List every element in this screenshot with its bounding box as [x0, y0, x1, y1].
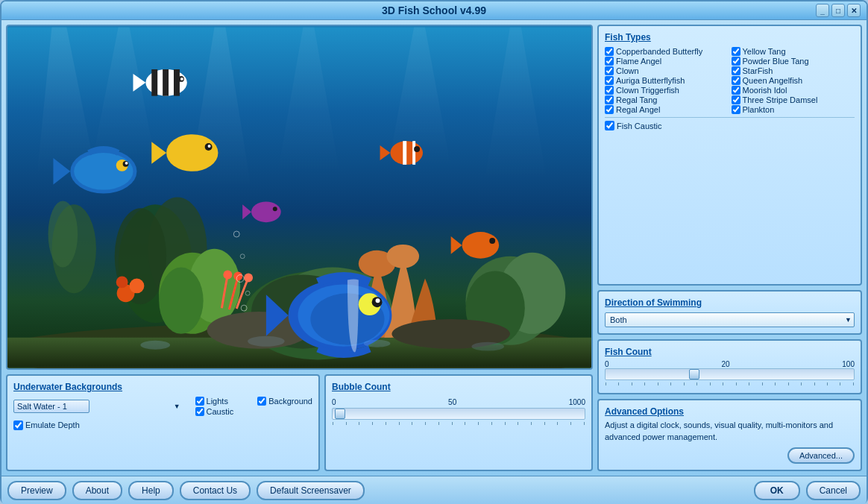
fish-checkbox-4[interactable]: [605, 66, 614, 75]
fish-item-1[interactable]: Yellow Tang: [732, 47, 855, 56]
fish-caustic-label: Fish Caustic: [617, 122, 662, 130]
fish-checkbox-6[interactable]: [605, 76, 614, 85]
advanced-button[interactable]: Advanced...: [787, 447, 855, 464]
bubble-count-panel: Bubble Count 0 50 1000: [324, 374, 593, 471]
lights-checkbox[interactable]: [195, 397, 204, 406]
tick: [333, 422, 333, 425]
emulate-depth-label: Emulate Depth: [25, 420, 80, 429]
tick: [853, 382, 854, 385]
background-label: Background: [268, 397, 312, 406]
fish-item-10[interactable]: Regal Tang: [605, 95, 729, 104]
fish-checkbox-10[interactable]: [605, 95, 614, 104]
fish-count-mid: 20: [721, 360, 729, 368]
fish-item-11[interactable]: Three Stripe Damsel: [732, 95, 855, 104]
fish-name-11: Three Stripe Damsel: [743, 95, 818, 104]
svg-rect-35: [163, 69, 169, 96]
svg-point-28: [130, 278, 145, 293]
fish-name-2: Flame Angel: [616, 57, 661, 66]
fish-list: Copperbanded ButterflyYellow TangFlame A…: [605, 47, 855, 114]
fish-item-6[interactable]: Auriga Butterflyfish: [605, 76, 729, 85]
fish-item-13[interactable]: Plankton: [732, 105, 855, 114]
fish-name-13: Plankton: [743, 105, 775, 114]
fish-count-min: 0: [605, 360, 609, 368]
background-checkboxes: Lights Background Caustic: [195, 397, 312, 416]
emulate-depth-row[interactable]: Emulate Depth: [13, 420, 312, 430]
emulate-depth-checkbox[interactable]: [13, 420, 23, 430]
fish-checkbox-2[interactable]: [605, 57, 614, 66]
fish-checkbox-13[interactable]: [732, 105, 740, 114]
fish-checkbox-12[interactable]: [605, 105, 614, 114]
tick: [465, 422, 465, 425]
fish-name-0: Copperbanded Butterfly: [616, 47, 702, 56]
cancel-button[interactable]: Cancel: [806, 481, 861, 500]
fish-checkbox-7[interactable]: [732, 76, 740, 85]
aquarium-view: [6, 25, 593, 370]
svg-point-65: [251, 201, 281, 222]
svg-point-29: [116, 277, 128, 289]
svg-point-39: [180, 78, 183, 81]
fish-item-5[interactable]: StarFish: [732, 66, 855, 75]
svg-rect-51: [403, 141, 406, 165]
caustic-checkbox-item[interactable]: Caustic: [195, 407, 251, 416]
fish-checkbox-9[interactable]: [732, 86, 740, 95]
minimize-button[interactable]: _: [816, 4, 829, 17]
svg-point-45: [125, 162, 128, 165]
background-dropdown[interactable]: Salt Water - 1 Salt Water - 2 Fresh Wate…: [13, 400, 89, 413]
fish-item-3[interactable]: Powder Blue Tang: [732, 57, 855, 66]
bubble-count-slider[interactable]: [332, 408, 585, 420]
svg-point-62: [462, 232, 500, 259]
tick: [762, 382, 763, 385]
fish-item-12[interactable]: Regal Angel: [605, 105, 729, 114]
background-checkbox-item[interactable]: Background: [257, 397, 312, 406]
fish-checkbox-5[interactable]: [732, 66, 740, 75]
tick: [801, 382, 802, 385]
fish-item-0[interactable]: Copperbanded Butterfly: [605, 47, 729, 56]
help-button[interactable]: Help: [128, 481, 174, 500]
svg-point-32: [244, 274, 253, 283]
default-screensaver-button[interactable]: Default Screensaver: [257, 481, 365, 500]
preview-button[interactable]: Preview: [7, 481, 66, 500]
lights-checkbox-item[interactable]: Lights: [195, 397, 251, 406]
ok-button[interactable]: OK: [754, 481, 800, 500]
tick: [491, 422, 492, 425]
fish-name-5: StarFish: [743, 66, 773, 75]
maximize-button[interactable]: □: [831, 4, 845, 17]
tick: [775, 382, 776, 385]
tick: [684, 382, 685, 385]
bubble-slider-labels: 0 50 1000: [332, 398, 585, 406]
about-button[interactable]: About: [72, 481, 122, 500]
tick: [518, 422, 518, 425]
fish-item-8[interactable]: Clown Triggerfish: [605, 86, 729, 95]
tick: [372, 422, 373, 425]
svg-point-54: [414, 146, 420, 152]
svg-point-75: [364, 340, 391, 347]
fish-caustic-checkbox[interactable]: [605, 121, 614, 130]
tick: [827, 382, 828, 385]
fish-checkbox-0[interactable]: [605, 47, 614, 56]
close-button[interactable]: ✕: [847, 4, 861, 17]
fish-checkbox-3[interactable]: [732, 57, 740, 66]
fish-item-2[interactable]: Flame Angel: [605, 57, 729, 66]
tick: [814, 382, 815, 385]
fish-caustic-row: Fish Caustic: [605, 117, 855, 130]
tick: [544, 422, 545, 425]
fish-item-4[interactable]: Clown: [605, 66, 729, 75]
fish-count-tick-marks: [605, 382, 855, 387]
caustic-checkbox[interactable]: [195, 407, 204, 416]
bubble-mid-label: 50: [448, 398, 456, 406]
swimming-direction-panel: Direction of Swimming Both Left to Right…: [597, 290, 862, 335]
swimming-direction-dropdown[interactable]: Both Left to Right Right to Left: [605, 312, 855, 327]
fish-checkbox-8[interactable]: [605, 86, 614, 95]
tick: [840, 382, 840, 385]
fish-count-slider[interactable]: [605, 368, 855, 380]
tick: [425, 422, 426, 425]
tick: [557, 422, 558, 425]
contact-button[interactable]: Contact Us: [180, 481, 251, 500]
underwater-backgrounds-panel: Underwater Backgrounds Salt Water - 1 Sa…: [6, 374, 320, 471]
fish-item-9[interactable]: Moorish Idol: [732, 86, 855, 95]
background-checkbox[interactable]: [257, 397, 266, 406]
fish-item-7[interactable]: Queen Angelfish: [732, 76, 855, 85]
fish-checkbox-11[interactable]: [732, 95, 740, 104]
svg-point-73: [140, 341, 170, 350]
fish-checkbox-1[interactable]: [732, 47, 740, 56]
